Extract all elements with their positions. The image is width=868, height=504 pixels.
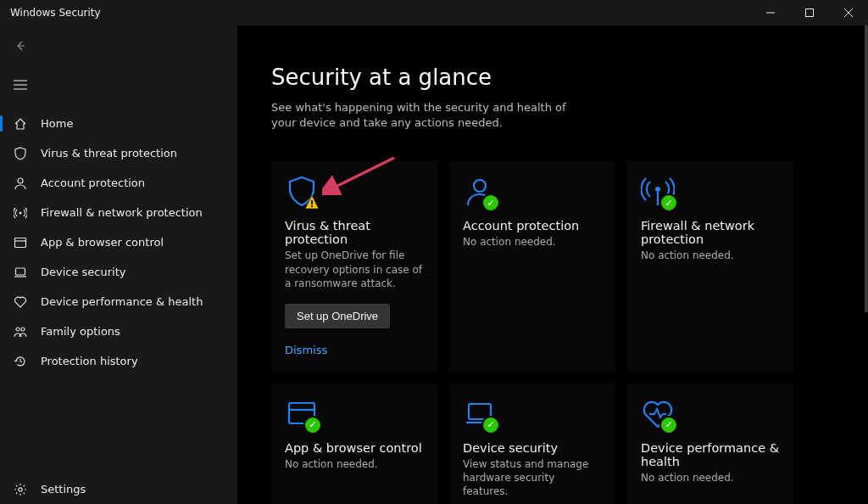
shield-icon <box>12 145 29 162</box>
home-icon <box>12 115 29 132</box>
sidebar-item-label: App & browser control <box>41 236 164 249</box>
hamburger-button[interactable] <box>3 68 37 102</box>
account-icon <box>12 175 29 192</box>
maximize-button[interactable] <box>790 0 829 25</box>
svg-point-10 <box>655 187 660 192</box>
gear-icon <box>12 481 29 498</box>
window-icon <box>12 234 29 251</box>
scrollbar[interactable] <box>865 25 868 504</box>
card-virus-threat[interactable]: ! Virus & threat protection Set up OneDr… <box>271 161 437 372</box>
card-desc: Set up OneDrive for file recovery option… <box>285 249 424 290</box>
heart-icon <box>12 294 29 311</box>
sidebar-item-virus-threat[interactable]: Virus & threat protection <box>0 138 237 168</box>
sidebar-item-label: Settings <box>41 483 86 496</box>
svg-point-6 <box>21 328 25 331</box>
status-ok-badge-icon: ✓ <box>303 416 322 434</box>
nav-list: Home Virus & threat protection Account p… <box>0 109 237 504</box>
svg-rect-4 <box>16 268 25 275</box>
history-icon <box>12 353 29 370</box>
sidebar-item-label: Device security <box>41 266 126 278</box>
sidebar-item-device-security[interactable]: Device security <box>0 257 237 287</box>
window-icon: ✓ <box>285 397 319 431</box>
laptop-icon: ✓ <box>463 397 497 431</box>
svg-point-7 <box>19 487 22 490</box>
sidebar-item-protection-history[interactable]: Protection history <box>0 346 237 376</box>
sidebar-item-app-browser[interactable]: App & browser control <box>0 227 237 257</box>
svg-point-2 <box>19 211 22 214</box>
window-title: Windows Security <box>10 7 101 19</box>
sidebar-item-label: Device performance & health <box>41 295 203 308</box>
svg-rect-0 <box>806 9 814 17</box>
svg-point-1 <box>18 178 23 183</box>
page-title: Security at a glance <box>271 64 868 90</box>
card-desc: View status and manage hardware security… <box>463 457 602 499</box>
sidebar-item-firewall[interactable]: Firewall & network protection <box>0 198 237 227</box>
sidebar-item-family[interactable]: Family options <box>0 316 237 346</box>
status-ok-badge-icon: ✓ <box>481 193 500 212</box>
sidebar-item-performance-health[interactable]: Device performance & health <box>0 287 237 316</box>
minimize-button[interactable] <box>751 0 790 25</box>
status-ok-badge-icon: ✓ <box>659 193 678 212</box>
card-title: Device performance & health <box>641 441 780 468</box>
sidebar-item-label: Firewall & network protection <box>41 206 203 219</box>
card-desc: No action needed. <box>641 249 780 262</box>
laptop-icon <box>12 264 29 281</box>
svg-text:!: ! <box>309 199 314 210</box>
account-icon: ✓ <box>463 175 497 209</box>
card-app-browser[interactable]: ✓ App & browser control No action needed… <box>271 384 437 504</box>
sidebar-item-settings[interactable]: Settings <box>0 474 237 504</box>
svg-point-9 <box>474 180 486 192</box>
card-title: Account protection <box>463 219 602 232</box>
card-desc: No action needed. <box>285 457 424 471</box>
shield-icon: ! <box>285 175 319 209</box>
setup-onedrive-button[interactable]: Set up OneDrive <box>285 304 390 328</box>
card-performance-health[interactable]: ✓ Device performance & health No action … <box>627 384 793 504</box>
heart-icon: ✓ <box>641 397 675 431</box>
status-ok-badge-icon: ✓ <box>659 416 678 434</box>
sidebar-item-label: Family options <box>41 325 120 338</box>
card-title: Virus & threat protection <box>285 219 424 246</box>
card-firewall[interactable]: ✓ Firewall & network protection No actio… <box>627 161 793 372</box>
card-desc: No action needed. <box>463 235 602 249</box>
svg-rect-3 <box>15 238 26 247</box>
sidebar-item-home[interactable]: Home <box>0 109 237 138</box>
svg-point-5 <box>16 328 19 331</box>
card-title: App & browser control <box>285 441 424 455</box>
sidebar-item-account-protection[interactable]: Account protection <box>0 168 237 198</box>
family-icon <box>12 323 29 340</box>
card-title: Device security <box>463 441 602 455</box>
page-subtitle: See what's happening with the security a… <box>271 100 593 131</box>
sidebar-item-label: Protection history <box>41 355 138 367</box>
warning-badge-icon: ! <box>303 193 320 210</box>
close-button[interactable] <box>829 0 868 25</box>
cards-grid: ! Virus & threat protection Set up OneDr… <box>271 161 868 504</box>
window-buttons <box>751 0 868 25</box>
card-title: Firewall & network protection <box>641 219 780 246</box>
sidebar-item-label: Virus & threat protection <box>41 147 177 160</box>
card-device-security[interactable]: ✓ Device security View status and manage… <box>449 384 615 504</box>
status-ok-badge-icon: ✓ <box>481 416 500 434</box>
sidebar-item-label: Account protection <box>41 176 145 189</box>
dismiss-link[interactable]: Dismiss <box>285 344 327 356</box>
sidebar: Home Virus & threat protection Account p… <box>0 25 237 504</box>
main-content: Security at a glance See what's happenin… <box>237 25 868 504</box>
sidebar-item-label: Home <box>41 117 73 130</box>
antenna-icon <box>12 204 29 221</box>
antenna-icon: ✓ <box>641 175 675 209</box>
titlebar: Windows Security <box>0 0 868 25</box>
back-button[interactable] <box>3 29 37 63</box>
card-desc: No action needed. <box>641 471 780 484</box>
card-account-protection[interactable]: ✓ Account protection No action needed. <box>449 161 615 372</box>
